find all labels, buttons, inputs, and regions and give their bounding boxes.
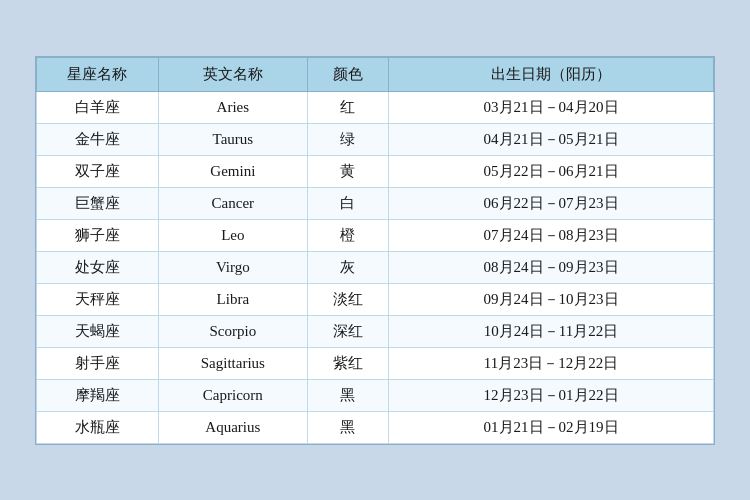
zodiac-table: 星座名称 英文名称 颜色 出生日期（阳历） 白羊座Aries红03月21日－04… <box>36 57 714 444</box>
cell-chinese: 狮子座 <box>37 219 159 251</box>
cell-color: 绿 <box>307 123 388 155</box>
cell-english: Gemini <box>158 155 307 187</box>
cell-english: Capricorn <box>158 379 307 411</box>
cell-color: 橙 <box>307 219 388 251</box>
cell-english: Cancer <box>158 187 307 219</box>
header-color: 颜色 <box>307 57 388 91</box>
cell-chinese: 白羊座 <box>37 91 159 123</box>
cell-chinese: 射手座 <box>37 347 159 379</box>
cell-date: 09月24日－10月23日 <box>389 283 714 315</box>
cell-english: Aries <box>158 91 307 123</box>
table-row: 巨蟹座Cancer白06月22日－07月23日 <box>37 187 714 219</box>
cell-date: 06月22日－07月23日 <box>389 187 714 219</box>
cell-color: 淡红 <box>307 283 388 315</box>
table-row: 双子座Gemini黄05月22日－06月21日 <box>37 155 714 187</box>
cell-english: Sagittarius <box>158 347 307 379</box>
cell-date: 05月22日－06月21日 <box>389 155 714 187</box>
cell-color: 白 <box>307 187 388 219</box>
cell-color: 灰 <box>307 251 388 283</box>
cell-english: Scorpio <box>158 315 307 347</box>
cell-date: 10月24日－11月22日 <box>389 315 714 347</box>
table-row: 白羊座Aries红03月21日－04月20日 <box>37 91 714 123</box>
cell-english: Taurus <box>158 123 307 155</box>
cell-english: Leo <box>158 219 307 251</box>
table-row: 天秤座Libra淡红09月24日－10月23日 <box>37 283 714 315</box>
cell-english: Libra <box>158 283 307 315</box>
cell-color: 黄 <box>307 155 388 187</box>
table-row: 处女座Virgo灰08月24日－09月23日 <box>37 251 714 283</box>
cell-color: 黑 <box>307 411 388 443</box>
cell-date: 12月23日－01月22日 <box>389 379 714 411</box>
cell-chinese: 金牛座 <box>37 123 159 155</box>
cell-chinese: 天蝎座 <box>37 315 159 347</box>
cell-chinese: 处女座 <box>37 251 159 283</box>
header-chinese: 星座名称 <box>37 57 159 91</box>
cell-chinese: 双子座 <box>37 155 159 187</box>
cell-chinese: 巨蟹座 <box>37 187 159 219</box>
table-row: 天蝎座Scorpio深红10月24日－11月22日 <box>37 315 714 347</box>
cell-color: 红 <box>307 91 388 123</box>
cell-english: Aquarius <box>158 411 307 443</box>
cell-chinese: 天秤座 <box>37 283 159 315</box>
table-row: 水瓶座Aquarius黑01月21日－02月19日 <box>37 411 714 443</box>
header-english: 英文名称 <box>158 57 307 91</box>
cell-date: 01月21日－02月19日 <box>389 411 714 443</box>
table-row: 摩羯座Capricorn黑12月23日－01月22日 <box>37 379 714 411</box>
zodiac-table-container: 星座名称 英文名称 颜色 出生日期（阳历） 白羊座Aries红03月21日－04… <box>35 56 715 445</box>
cell-date: 11月23日－12月22日 <box>389 347 714 379</box>
cell-color: 深红 <box>307 315 388 347</box>
cell-chinese: 水瓶座 <box>37 411 159 443</box>
cell-color: 黑 <box>307 379 388 411</box>
cell-date: 04月21日－05月21日 <box>389 123 714 155</box>
table-header-row: 星座名称 英文名称 颜色 出生日期（阳历） <box>37 57 714 91</box>
table-row: 射手座Sagittarius紫红11月23日－12月22日 <box>37 347 714 379</box>
cell-english: Virgo <box>158 251 307 283</box>
cell-chinese: 摩羯座 <box>37 379 159 411</box>
cell-color: 紫红 <box>307 347 388 379</box>
cell-date: 07月24日－08月23日 <box>389 219 714 251</box>
table-row: 狮子座Leo橙07月24日－08月23日 <box>37 219 714 251</box>
header-date: 出生日期（阳历） <box>389 57 714 91</box>
cell-date: 08月24日－09月23日 <box>389 251 714 283</box>
cell-date: 03月21日－04月20日 <box>389 91 714 123</box>
table-row: 金牛座Taurus绿04月21日－05月21日 <box>37 123 714 155</box>
